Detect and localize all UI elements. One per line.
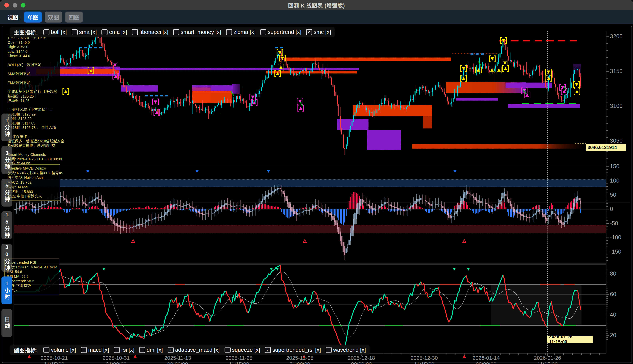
main-indicator-checkbox-1[interactable] [72,29,78,35]
time-text: 09:00:00 [336,361,387,364]
sub-indicator-checkbox-2[interactable] [114,347,120,353]
sub-indicator-label-2: rsi [x] [121,347,134,353]
main-indicator-item-0[interactable]: boll [x] [44,29,67,35]
date-label-2025-12-30: 2025-12-3011:15:00 [398,355,450,364]
main-indicator-label-3: fibonacci [x] [140,29,168,35]
main-indicator-bar: 主图指标: boll [x]sma [x]ema [x]fibonacci [x… [10,27,335,37]
date-label-2025-11-25: 2025-11-2511:15:00 [214,355,265,364]
sub-indicator-item-7[interactable]: wavetrend [x] [326,347,366,353]
sub-indicator-label-7: wavetrend [x] [333,347,366,353]
sub-indicator-checkbox-4[interactable]: ✓ [168,347,174,353]
main-indicator-label: 主图指标: [14,28,38,36]
time-text: 11:15:00 [522,361,573,364]
current-price-tag: 3046.6131914 [586,144,626,151]
time-text: 21:00:00 [274,361,326,364]
main-indicator-label-5: zlema [x] [234,29,256,35]
main-indicator-checkbox-2[interactable] [102,29,108,35]
sub-indicator-item-6[interactable]: ✓supertrended_rsi [x] [265,347,321,353]
date-label-2025-12-18: 2025-12-1809:00:00 [336,355,387,364]
main-indicator-checkbox-5[interactable] [226,29,232,35]
date-label-2025-12-05: 2025-12-0521:00:00 [274,355,326,364]
date-text: 2025-12-05 [274,355,326,361]
main-indicator-item-6[interactable]: supertrend [x] [260,29,301,35]
timeframe-button-30分钟[interactable]: 30分钟 [2,244,12,272]
sub-indicator-checkbox-5[interactable] [224,347,230,353]
main-indicator-checkbox-3[interactable] [132,29,138,35]
main-indicator-label-7: smc [x] [314,29,331,35]
chart-canvas[interactable] [0,0,633,364]
main-indicator-checkbox-7[interactable]: ✓ [306,29,312,35]
timeframe-button-1分钟[interactable]: 1分钟 [2,114,12,141]
sub-indicator-item-4[interactable]: ✓adaptive_macd [x] [168,347,220,353]
main-indicator-label-0: boll [x] [51,29,67,35]
sub-indicator-item-5[interactable]: squeeze [x] [224,347,260,353]
main-indicator-label-2: ema [x] [109,29,127,35]
macd-axis-tick--50: -50 [610,220,618,226]
macd-pane[interactable] [14,170,606,260]
main-indicator-checkbox-6[interactable] [260,29,266,35]
date-text: 2025-10-31 [90,355,142,361]
main-indicator-item-1[interactable]: sma [x] [72,29,97,35]
macd-axis-tick--150: -150 [610,248,621,255]
sub-indicator-bar: 副图指标: volume [x]macd [x]rsi [x]dmi [x]✓a… [10,344,370,355]
timeframe-button-5分钟[interactable]: 5分钟 [2,179,12,206]
sub-indicator-checkbox-1[interactable] [81,347,87,353]
sub-indicator-label-6: supertrended_rsi [x] [272,347,321,353]
sub-indicator-label: 副图指标: [14,346,38,354]
sub-indicator-item-2[interactable]: rsi [x] [114,347,134,353]
sub-indicator-label-4: adaptive_macd [x] [175,347,220,353]
sub-indicator-label-3: dmi [x] [147,347,163,353]
rsi-axis-tick-40: 40 [610,312,616,318]
sub-indicator-label-0: volume [x] [51,347,76,353]
date-label-2025-11-13: 2025-11-1309:00:00 [152,355,203,364]
date-text: 2025-10-21 [28,355,80,361]
date-label-2025-10-21: 2025-10-2111:15:00 [28,355,80,364]
price-axis-tick-3100: 3100 [610,103,622,109]
sub-indicator-checkbox-3[interactable] [139,347,145,353]
sub-indicator-label-5: squeeze [x] [232,347,260,353]
rsi-tooltip-panel: Supertrended RSI 参数: RSI=14, MA=14, ATR=… [4,258,59,295]
date-label-2025-10-31: 2025-10-3121:00:00 [90,355,142,364]
sub-indicator-item-0[interactable]: volume [x] [44,347,76,353]
time-text: 11:15:00 [398,361,450,364]
main-indicator-item-2[interactable]: ema [x] [102,29,127,35]
crosshair-time-tag: 2026-01-26 11:15:00 [547,336,593,343]
main-indicator-item-7[interactable]: ✓smc [x] [306,29,331,35]
price-axis-tick-3150: 3150 [610,68,622,74]
timeframe-button-15分钟[interactable]: 15分钟 [2,211,12,239]
main-indicator-label-4: smart_money [x] [180,29,221,35]
sub-indicator-item-3[interactable]: dmi [x] [139,347,163,353]
time-text: 09:00:00 [460,361,512,364]
main-indicator-checkbox-0[interactable] [44,29,50,35]
rsi-axis-tick-20: 20 [610,332,616,338]
time-text: 21:00:00 [90,361,142,364]
timeframe-button-1小时[interactable]: 1小时 [2,276,12,304]
sub-indicator-label-1: macd [x] [88,347,109,353]
macd-axis-tick-100: 100 [610,177,620,184]
timeframe-button-3分钟[interactable]: 3分钟 [2,146,12,174]
sub-indicator-item-1[interactable]: macd [x] [81,347,109,353]
main-indicator-item-4[interactable]: smart_money [x] [173,29,221,35]
timeframe-button-日线[interactable]: 日线 [2,309,12,337]
date-label-2026-01-14: 2026-01-1409:00:00 [460,355,512,364]
macd-axis-tick-150: 150 [610,163,620,170]
macd-tooltip-panel: Adaptive MACD Deluxe 参数: R2=55, 快=6, 慢=1… [5,164,60,201]
sub-indicator-checkbox-7[interactable] [326,347,332,353]
price-pane[interactable] [15,31,586,155]
date-text: 2026-01-14 [460,355,512,361]
date-label-2026-01-26: 2026-01-2611:15:00 [522,355,573,364]
rsi-axis-tick-80: 80 [610,270,616,277]
sub-indicator-checkbox-0[interactable] [44,347,50,353]
rsi-pane[interactable] [14,266,606,347]
price-axis-tick-3200: 3200 [610,33,622,40]
main-indicator-item-3[interactable]: fibonacci [x] [132,29,168,35]
sub-indicator-checkbox-6[interactable]: ✓ [265,347,271,353]
date-text: 2026-01-26 [522,355,573,361]
time-text: 09:00:00 [152,361,203,364]
time-text: 11:15:00 [28,361,80,364]
macd-axis-tick-50: 50 [610,192,616,198]
price-axis-tick-3050: 3050 [610,138,622,144]
main-indicator-item-5[interactable]: zlema [x] [226,29,256,35]
main-indicator-checkbox-4[interactable] [173,29,179,35]
app-window: 回测 K 线图表 (增强版) 视图: 单图双图四图 主图指标: boll [x]… [0,0,633,364]
